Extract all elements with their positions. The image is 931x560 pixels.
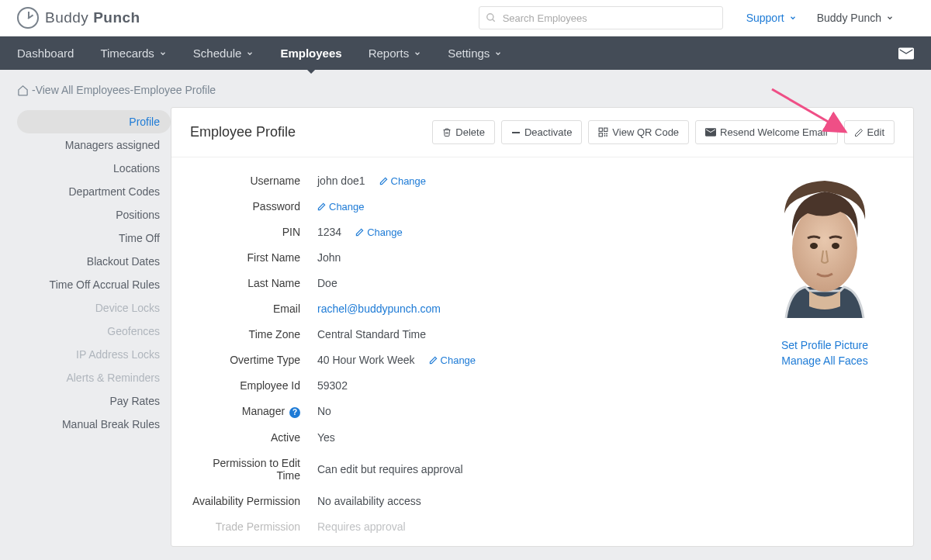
main-panel: Employee Profile Delete Deactivate View … [171, 107, 914, 547]
field-employee-id: Employee Id 59302 [190, 379, 739, 392]
pencil-icon [854, 128, 864, 137]
chevron-down-icon [414, 50, 421, 57]
sidebar-item-pay-rates[interactable]: Pay Rates [17, 389, 171, 413]
pin-value: 1234 [317, 226, 341, 238]
field-trade: Trade Permission Requires approval [190, 520, 739, 533]
change-pin-link[interactable]: Change [355, 226, 403, 238]
chevron-down-icon [494, 50, 502, 57]
breadcrumb: - View All Employees - Employee Profile [0, 70, 931, 107]
support-link[interactable]: Support [746, 12, 797, 24]
home-icon[interactable] [17, 85, 29, 96]
trade-value: Requires approval [317, 520, 406, 533]
chevron-down-icon [246, 50, 254, 57]
username-value: john doe1 [317, 175, 365, 187]
manager-value: No [317, 405, 331, 417]
sidebar-item-accrual-rules[interactable]: Time Off Accrual Rules [17, 273, 171, 296]
sidebar-item-device-locks[interactable]: Device Locks [17, 296, 171, 320]
svg-rect-3 [599, 128, 602, 131]
svg-rect-6 [604, 133, 606, 135]
main-header: Employee Profile Delete Deactivate View … [171, 108, 913, 157]
chevron-down-icon [886, 14, 894, 22]
sidebar: Profile Managers assigned Locations Depa… [17, 107, 171, 547]
envelope-icon [705, 128, 716, 137]
svg-point-12 [832, 243, 839, 249]
profile-fields: Username john doe1 Change Password Chang… [190, 175, 739, 546]
field-permission-edit: Permission to Edit Time Can edit but req… [190, 457, 739, 482]
user-menu[interactable]: Buddy Punch [817, 12, 894, 24]
deactivate-button[interactable]: Deactivate [501, 120, 582, 144]
nav-schedule[interactable]: Schedule [193, 47, 254, 60]
field-pin: PIN 1234 Change [190, 226, 739, 238]
sidebar-item-blackout-dates[interactable]: Blackout Dates [17, 250, 171, 273]
minus-icon [511, 131, 521, 134]
change-password-link[interactable]: Change [317, 201, 365, 213]
change-username-link[interactable]: Change [379, 175, 427, 187]
delete-button[interactable]: Delete [432, 120, 495, 144]
field-first-name: First Name John [190, 251, 739, 264]
resend-welcome-button[interactable]: Resend Welcome Email [695, 120, 837, 144]
logo[interactable]: Buddy Punch [17, 7, 140, 29]
field-last-name: Last Name Doe [190, 277, 739, 289]
field-email: Email rachel@buddypunch.com [190, 302, 739, 315]
pencil-icon [429, 356, 438, 365]
sidebar-item-time-off[interactable]: Time Off [17, 226, 171, 250]
first-name-value: John [317, 251, 341, 264]
svg-rect-8 [604, 135, 606, 137]
sidebar-item-ip-locks[interactable]: IP Address Locks [17, 343, 171, 366]
trash-icon [442, 127, 452, 137]
field-active: Active Yes [190, 431, 739, 444]
field-password: Password Change [190, 200, 739, 213]
svg-rect-7 [607, 133, 608, 135]
pencil-icon [379, 177, 388, 185]
svg-rect-4 [604, 128, 607, 131]
availability-value: No availability access [317, 495, 421, 507]
sidebar-item-profile[interactable]: Profile [17, 110, 171, 133]
sidebar-item-locations[interactable]: Locations [17, 157, 171, 180]
nav-settings[interactable]: Settings [448, 47, 502, 60]
photo-column: Set Profile Picture Manage All Faces [739, 175, 895, 546]
qr-icon [598, 127, 608, 137]
search-input[interactable] [479, 6, 723, 29]
sidebar-item-managers[interactable]: Managers assigned [17, 133, 171, 157]
nav-timecards[interactable]: Timecards [100, 47, 166, 60]
svg-line-1 [492, 19, 494, 22]
employee-id-value: 59302 [317, 379, 348, 392]
nav-reports[interactable]: Reports [369, 47, 422, 60]
sidebar-item-department-codes[interactable]: Department Codes [17, 180, 171, 203]
field-manager: Manager ? No [190, 405, 739, 418]
view-qr-button[interactable]: View QR Code [588, 120, 689, 144]
svg-rect-5 [599, 133, 602, 137]
clock-icon [17, 7, 39, 29]
breadcrumb-current: Employee Profile [133, 84, 216, 96]
field-username: Username john doe1 Change [190, 175, 739, 187]
navbar: Dashboard Timecards Schedule Employees R… [0, 36, 931, 70]
change-overtime-link[interactable]: Change [429, 354, 476, 366]
edit-button[interactable]: Edit [844, 120, 895, 144]
permission-edit-value: Can edit but requires approval [317, 463, 463, 475]
nav-dashboard[interactable]: Dashboard [17, 47, 74, 60]
time-zone-value: Central Standard Time [317, 328, 426, 340]
field-time-zone: Time Zone Central Standard Time [190, 328, 739, 340]
manage-faces-link[interactable]: Manage All Faces [755, 354, 895, 367]
pencil-icon [317, 202, 326, 211]
field-overtime: Overtime Type 40 Hour Work Week Change [190, 354, 739, 366]
last-name-value: Doe [317, 277, 337, 289]
svg-rect-9 [607, 135, 608, 137]
overtime-value: 40 Hour Work Week [317, 354, 415, 366]
brand-text: Buddy Punch [45, 9, 140, 26]
sidebar-item-positions[interactable]: Positions [17, 203, 171, 226]
set-profile-picture-link[interactable]: Set Profile Picture [755, 339, 895, 351]
svg-point-11 [810, 243, 818, 249]
avatar [763, 175, 887, 330]
svg-point-10 [792, 205, 857, 292]
active-value: Yes [317, 431, 335, 444]
email-link[interactable]: rachel@buddypunch.com [317, 302, 441, 315]
page-title: Employee Profile [190, 124, 296, 140]
nav-mail-icon[interactable] [898, 47, 914, 60]
sidebar-item-geofences[interactable]: Geofences [17, 320, 171, 343]
breadcrumb-all-employees[interactable]: View All Employees [36, 84, 130, 96]
sidebar-item-break-rules[interactable]: Manual Break Rules [17, 413, 171, 436]
sidebar-item-alerts[interactable]: Alerts & Reminders [17, 366, 171, 389]
help-icon[interactable]: ? [289, 407, 300, 418]
nav-employees[interactable]: Employees [280, 47, 341, 60]
